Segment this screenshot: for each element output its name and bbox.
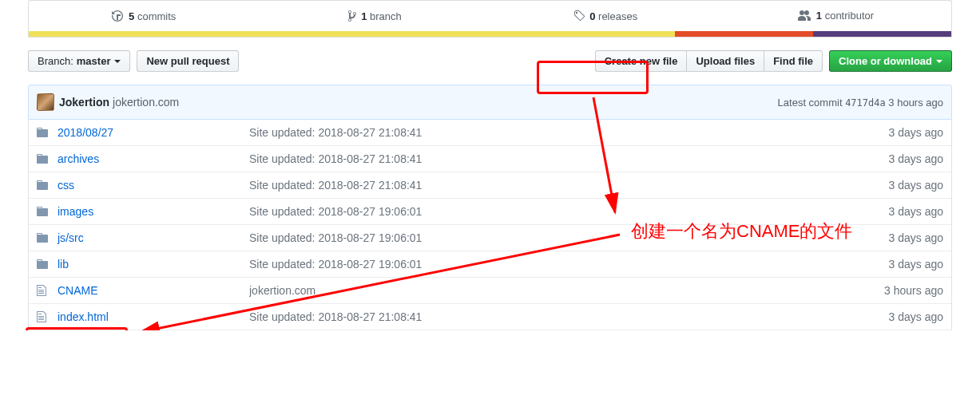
file-name: js/src: [58, 231, 249, 244]
file-commit-message[interactable]: Site updated: 2018-08-27 21:08:41: [249, 126, 881, 139]
file-age: 3 days ago: [881, 152, 944, 165]
stats-releases[interactable]: 0 releases: [490, 1, 721, 31]
folder-icon: [37, 126, 50, 139]
file-link[interactable]: images: [58, 205, 93, 218]
upload-files-button[interactable]: Upload files: [686, 50, 764, 72]
file-row: CNAMEjokertion.com3 hours ago: [29, 278, 951, 304]
stats-commits[interactable]: 5 commits: [29, 1, 260, 31]
lang-seg-1: [29, 31, 675, 37]
file-icon: [37, 284, 50, 297]
people-icon: [798, 10, 811, 22]
file-row: libSite updated: 2018-08-27 19:06:013 da…: [29, 251, 951, 278]
releases-label: releases: [598, 10, 637, 22]
file-link[interactable]: lib: [58, 258, 69, 271]
repo-stats-bar: 5 commits 1 branch 0 releases 1 contribu…: [28, 0, 952, 31]
branch-count: 1: [361, 10, 367, 22]
clone-download-label: Clone or download: [839, 55, 932, 67]
branch-select-prefix: Branch:: [38, 55, 73, 67]
history-icon: [112, 10, 123, 22]
folder-icon: [37, 205, 50, 218]
file-age: 3 hours ago: [876, 284, 943, 297]
commit-author[interactable]: Jokertion: [59, 96, 109, 109]
commits-count: 5: [129, 10, 134, 22]
file-name: 2018/08/27: [58, 126, 249, 139]
releases-count: 0: [589, 10, 595, 22]
file-name: images: [58, 205, 249, 218]
folder-icon: [37, 231, 50, 244]
branch-icon: [348, 10, 356, 22]
file-commit-message[interactable]: Site updated: 2018-08-27 21:08:41: [249, 152, 881, 165]
latest-commit-label: Latest commit: [778, 97, 843, 109]
file-row: imagesSite updated: 2018-08-27 19:06:013…: [29, 199, 951, 225]
file-row: archivesSite updated: 2018-08-27 21:08:4…: [29, 146, 951, 172]
create-new-file-button[interactable]: Create new file: [595, 50, 688, 72]
file-row: cssSite updated: 2018-08-27 21:08:413 da…: [29, 172, 951, 199]
file-name: CNAME: [58, 284, 249, 297]
commit-message[interactable]: jokertion.com: [113, 96, 179, 109]
file-link[interactable]: src: [69, 231, 84, 244]
lang-seg-2: [675, 31, 813, 37]
file-commit-message[interactable]: Site updated: 2018-08-27 21:08:41: [249, 310, 881, 323]
find-file-button[interactable]: Find file: [764, 50, 823, 72]
file-link[interactable]: CNAME: [58, 284, 98, 297]
file-name: index.html: [58, 310, 249, 323]
language-bar[interactable]: [28, 31, 952, 38]
file-age: 3 days ago: [881, 310, 944, 323]
commit-time: 3 hours ago: [888, 97, 943, 109]
contributors-label: contributor: [825, 10, 874, 22]
file-toolbar: Branch: master New pull request Create n…: [28, 50, 952, 72]
file-commit-message[interactable]: Site updated: 2018-08-27 19:06:01: [249, 258, 881, 271]
stats-contributors[interactable]: 1 contributor: [720, 1, 951, 31]
file-link[interactable]: 08: [85, 126, 98, 139]
new-pull-request-button[interactable]: New pull request: [137, 50, 239, 72]
file-row: 2018/08/27Site updated: 2018-08-27 21:08…: [29, 120, 951, 146]
file-icon: [37, 310, 50, 323]
branch-select-button[interactable]: Branch: master: [28, 50, 130, 72]
file-commit-message[interactable]: Site updated: 2018-08-27 21:08:41: [249, 179, 881, 192]
stats-branches[interactable]: 1 branch: [260, 1, 490, 31]
avatar[interactable]: [37, 93, 54, 111]
clone-download-button[interactable]: Clone or download: [829, 50, 952, 72]
file-commit-message[interactable]: jokertion.com: [249, 284, 876, 297]
file-link[interactable]: 2018: [58, 126, 82, 139]
folder-icon: [37, 258, 50, 271]
file-link[interactable]: index.html: [58, 310, 109, 323]
lang-seg-3: [813, 31, 951, 37]
file-link[interactable]: css: [58, 179, 74, 192]
file-age: 3 days ago: [881, 205, 944, 218]
file-commit-message[interactable]: Site updated: 2018-08-27 19:06:01: [249, 205, 881, 218]
file-age: 3 days ago: [881, 258, 944, 271]
file-link[interactable]: 27: [101, 126, 114, 139]
caret-down-icon: [936, 60, 942, 66]
file-list: 2018/08/27Site updated: 2018-08-27 21:08…: [28, 120, 952, 330]
folder-icon: [37, 152, 50, 165]
file-name: lib: [58, 258, 249, 271]
file-age: 3 days ago: [881, 231, 944, 244]
file-row: js/srcSite updated: 2018-08-27 19:06:013…: [29, 225, 951, 251]
file-age: 3 days ago: [881, 179, 944, 192]
commits-label: commits: [137, 10, 176, 22]
commit-sha[interactable]: 4717d4a: [845, 97, 886, 109]
file-commit-message[interactable]: Site updated: 2018-08-27 19:06:01: [249, 231, 881, 244]
tag-icon: [573, 10, 585, 22]
file-action-group: Create new file Upload files Find file: [595, 50, 823, 72]
file-link[interactable]: js: [58, 231, 65, 244]
file-link[interactable]: archives: [58, 152, 99, 165]
file-age: 3 days ago: [881, 126, 944, 139]
branch-select-value: master: [77, 55, 111, 67]
file-name: archives: [58, 152, 249, 165]
latest-commit-bar: Jokertion jokertion.com Latest commit 47…: [28, 85, 952, 120]
folder-icon: [37, 179, 50, 192]
caret-down-icon: [114, 60, 121, 66]
file-row: index.htmlSite updated: 2018-08-27 21:08…: [29, 304, 951, 330]
branch-label: branch: [370, 10, 402, 22]
file-name: css: [58, 179, 249, 192]
contributors-count: 1: [816, 10, 822, 22]
